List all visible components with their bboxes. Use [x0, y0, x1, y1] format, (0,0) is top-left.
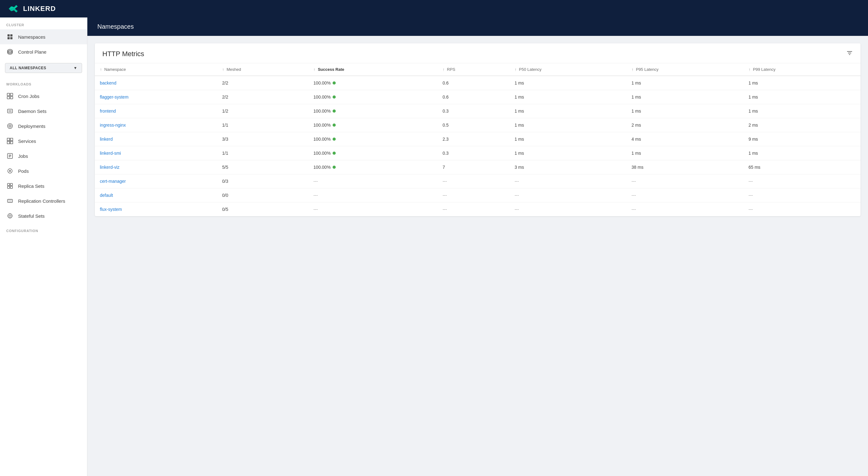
services-icon [6, 137, 14, 145]
sidebar-item-stateful-sets-label: Stateful Sets [18, 213, 44, 219]
svg-rect-34 [10, 186, 12, 188]
cell-rps: 0.3 [437, 146, 509, 160]
cell-p95: --- [626, 174, 744, 188]
cell-rps: 0.5 [437, 118, 509, 132]
sidebar-item-replication-controllers[interactable]: Replication Controllers [0, 193, 87, 209]
cell-success-rate: --- [309, 174, 438, 188]
cell-p95: 1 ms [626, 76, 744, 90]
cell-namespace[interactable]: frontend [95, 104, 217, 118]
cell-namespace[interactable]: linkerd-smi [95, 146, 217, 160]
svg-rect-31 [7, 183, 10, 186]
svg-rect-32 [10, 183, 12, 186]
col-header-p95[interactable]: ↑ P95 Latency [626, 63, 744, 76]
jobs-icon [6, 152, 14, 160]
sort-arrow-p99: ↑ [748, 67, 751, 72]
cell-p50: --- [509, 188, 626, 202]
metrics-table: ↑ Namespace ↑ Meshed ↑ Success Rate [95, 63, 861, 216]
cell-p99: 9 ms [744, 132, 861, 146]
col-header-p50[interactable]: ↑ P50 Latency [509, 63, 626, 76]
cell-namespace[interactable]: default [95, 188, 217, 202]
cell-success-rate: 100.00% [309, 118, 438, 132]
sidebar-item-daemon-sets[interactable]: Daemon Sets [0, 103, 87, 119]
cell-success-rate: 100.00% [309, 146, 438, 160]
sidebar-item-stateful-sets[interactable]: Stateful Sets [0, 209, 87, 223]
linkerd-logo-icon [6, 2, 20, 15]
sidebar-item-services[interactable]: Services [0, 133, 87, 149]
col-header-namespace[interactable]: ↑ Namespace [95, 63, 217, 76]
cell-p99: --- [744, 174, 861, 188]
page-header: Namespaces [87, 18, 868, 36]
svg-rect-19 [7, 141, 10, 144]
replication-controllers-icon [6, 197, 14, 204]
sidebar-item-deployments-label: Deployments [18, 124, 45, 129]
svg-point-30 [9, 170, 11, 172]
svg-rect-35 [7, 199, 12, 202]
status-dot [333, 152, 336, 155]
cell-namespace[interactable]: flagger-system [95, 90, 217, 104]
cell-p50: 1 ms [509, 132, 626, 146]
table-row: ingress-nginx1/1100.00%0.51 ms2 ms2 ms [95, 118, 861, 132]
chevron-down-icon: ▼ [74, 66, 78, 70]
cell-p99: 1 ms [744, 146, 861, 160]
content-body: HTTP Metrics ↑ Na [87, 36, 868, 476]
namespaces-icon [6, 33, 14, 40]
cell-namespace[interactable]: cert-manager [95, 174, 217, 188]
status-dot [333, 82, 336, 85]
sort-arrow-p50: ↑ [515, 67, 517, 72]
cell-rps: --- [437, 174, 509, 188]
cell-success-rate: 100.00% [309, 160, 438, 174]
cell-namespace[interactable]: linkerd-viz [95, 160, 217, 174]
cell-meshed: 5/5 [217, 160, 309, 174]
svg-rect-9 [10, 93, 13, 96]
status-dot [333, 166, 336, 169]
svg-rect-4 [10, 37, 12, 39]
table-row: backend2/2100.00%0.61 ms1 ms1 ms [95, 76, 861, 90]
sidebar-item-jobs-label: Jobs [18, 154, 28, 159]
status-dot [333, 124, 336, 127]
cell-p99: 1 ms [744, 104, 861, 118]
col-header-meshed[interactable]: ↑ Meshed [217, 63, 309, 76]
cell-p95: --- [626, 202, 744, 217]
pods-icon [6, 167, 14, 175]
sidebar-item-replica-sets[interactable]: Replica Sets [0, 179, 87, 193]
col-header-p99[interactable]: ↑ P99 Latency [744, 63, 861, 76]
sort-arrow-meshed: ↑ [222, 67, 224, 72]
namespace-selector[interactable]: ALL NAMESPACES ▼ [5, 63, 82, 73]
sidebar-item-control-plane[interactable]: Control Plane [0, 44, 87, 59]
cell-p50: 3 ms [509, 160, 626, 174]
cell-success-rate: 100.00% [309, 132, 438, 146]
cell-rps: 2.3 [437, 132, 509, 146]
sidebar-item-deployments[interactable]: Deployments [0, 119, 87, 133]
table-header-row: ↑ Namespace ↑ Meshed ↑ Success Rate [95, 63, 861, 76]
cell-meshed: 0/3 [217, 174, 309, 188]
cell-rps: 7 [437, 160, 509, 174]
sort-arrow-p95: ↑ [631, 67, 634, 72]
col-header-success-rate[interactable]: ↑ Success Rate [309, 63, 438, 76]
col-header-rps[interactable]: ↑ RPS [437, 63, 509, 76]
cell-meshed: 3/3 [217, 132, 309, 146]
cell-p99: 65 ms [744, 160, 861, 174]
sidebar-item-services-label: Services [18, 138, 36, 144]
cell-success-rate: 100.00% [309, 76, 438, 90]
cell-p50: 1 ms [509, 76, 626, 90]
cell-success-rate: 100.00% [309, 90, 438, 104]
cell-namespace[interactable]: flux-system [95, 202, 217, 217]
cell-p95: 2 ms [626, 118, 744, 132]
app-header: LINKERD [0, 0, 868, 18]
deployments-icon [6, 122, 14, 130]
sidebar-item-replication-controllers-label: Replication Controllers [18, 198, 65, 204]
cell-namespace[interactable]: linkerd [95, 132, 217, 146]
sidebar-item-jobs[interactable]: Jobs [0, 149, 87, 163]
cell-namespace[interactable]: ingress-nginx [95, 118, 217, 132]
sidebar-item-pods[interactable]: Pods [0, 163, 87, 179]
filter-icon[interactable] [846, 50, 853, 58]
cell-rps: --- [437, 202, 509, 217]
logo-area: LINKERD [6, 2, 56, 15]
sidebar-item-cron-jobs[interactable]: Cron Jobs [0, 89, 87, 103]
cell-namespace[interactable]: backend [95, 76, 217, 90]
cell-p50: 1 ms [509, 146, 626, 160]
table-row: flagger-system2/2100.00%0.61 ms1 ms1 ms [95, 90, 861, 104]
svg-rect-18 [10, 138, 13, 141]
cell-meshed: 0/5 [217, 202, 309, 217]
sidebar-item-namespaces[interactable]: Namespaces [0, 29, 87, 44]
